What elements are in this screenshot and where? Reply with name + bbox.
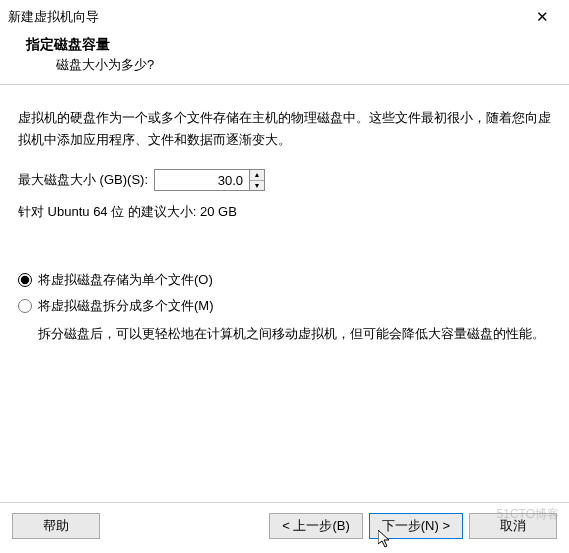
radio-single-file[interactable]: 将虚拟磁盘存储为单个文件(O) [18, 271, 551, 289]
disk-size-spinner[interactable]: ▲ ▼ [154, 169, 265, 191]
close-icon[interactable]: ✕ [528, 4, 557, 30]
radio-split-input[interactable] [18, 299, 32, 313]
disk-size-input[interactable] [154, 169, 249, 191]
radio-single-input[interactable] [18, 273, 32, 287]
description-text: 虚拟机的硬盘作为一个或多个文件存储在主机的物理磁盘中。这些文件最初很小，随着您向… [18, 107, 551, 151]
spinner-down-icon[interactable]: ▼ [250, 181, 264, 191]
next-button[interactable]: 下一步(N) > [369, 513, 463, 539]
page-subheading: 磁盘大小为多少? [26, 56, 561, 74]
radio-split-files[interactable]: 将虚拟磁盘拆分成多个文件(M) [18, 297, 551, 315]
cancel-button[interactable]: 取消 [469, 513, 557, 539]
radio-single-label: 将虚拟磁盘存储为单个文件(O) [38, 271, 213, 289]
disk-size-label: 最大磁盘大小 (GB)(S): [18, 171, 148, 189]
recommended-size-text: 针对 Ubuntu 64 位 的建议大小: 20 GB [18, 203, 551, 221]
window-title: 新建虚拟机向导 [8, 8, 99, 26]
help-button[interactable]: 帮助 [12, 513, 100, 539]
spinner-up-icon[interactable]: ▲ [250, 170, 264, 181]
split-description: 拆分磁盘后，可以更轻松地在计算机之间移动虚拟机，但可能会降低大容量磁盘的性能。 [18, 323, 551, 345]
radio-split-label: 将虚拟磁盘拆分成多个文件(M) [38, 297, 214, 315]
page-heading: 指定磁盘容量 [26, 36, 561, 54]
back-button[interactable]: < 上一步(B) [269, 513, 363, 539]
wizard-header: 指定磁盘容量 磁盘大小为多少? [0, 30, 569, 85]
